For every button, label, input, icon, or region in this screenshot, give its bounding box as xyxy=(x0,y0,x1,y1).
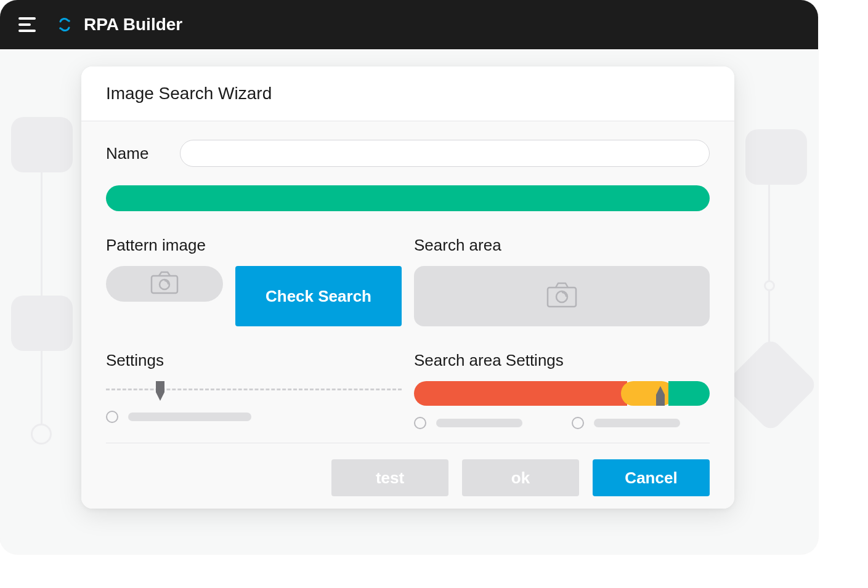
search-area-col: Search area xyxy=(414,236,710,326)
dialog-body: Name Pattern image xyxy=(81,121,734,509)
name-input[interactable] xyxy=(180,140,710,167)
app-window: RPA Builder Image Search Wizard Name xyxy=(0,0,818,554)
image-search-wizard-dialog: Image Search Wizard Name Pattern image xyxy=(81,66,734,509)
radio-icon xyxy=(106,411,118,423)
ok-button[interactable]: ok xyxy=(462,459,579,496)
progress-bar xyxy=(106,185,710,211)
app-title: RPA Builder xyxy=(84,15,182,34)
option-label-placeholder xyxy=(594,419,680,427)
svg-point-0 xyxy=(68,20,70,22)
settings-option-1[interactable] xyxy=(106,411,402,423)
dialog-button-row: test ok Cancel xyxy=(106,459,710,496)
settings-col: Settings xyxy=(106,351,402,429)
settings-slider[interactable] xyxy=(106,381,402,400)
camera-icon xyxy=(150,271,179,297)
pattern-image-capture-button[interactable] xyxy=(106,266,223,302)
slider-thumb-icon[interactable] xyxy=(153,381,167,402)
dialog-header: Image Search Wizard xyxy=(81,66,734,121)
radio-icon xyxy=(414,417,426,429)
search-area-option-1[interactable] xyxy=(414,417,522,429)
topbar: RPA Builder xyxy=(0,0,818,49)
name-label: Name xyxy=(106,144,161,163)
brand: RPA Builder xyxy=(57,15,182,34)
menu-icon[interactable] xyxy=(18,17,38,32)
name-row: Name xyxy=(106,140,710,167)
check-search-button[interactable]: Check Search xyxy=(235,266,402,326)
search-area-option-2[interactable] xyxy=(572,417,680,429)
logo-icon xyxy=(57,17,73,33)
svg-rect-4 xyxy=(548,288,576,307)
camera-icon xyxy=(546,282,577,310)
pattern-image-label: Pattern image xyxy=(106,236,402,255)
search-area-settings-label: Search area Settings xyxy=(414,351,710,370)
slider-thumb-icon[interactable] xyxy=(654,385,667,406)
search-area-settings-slider[interactable] xyxy=(414,381,710,406)
search-area-label: Search area xyxy=(414,236,710,255)
settings-section: Settings Search xyxy=(106,351,710,429)
divider xyxy=(106,443,710,443)
dialog-title: Image Search Wizard xyxy=(106,84,710,103)
radio-icon xyxy=(572,417,584,429)
svg-point-1 xyxy=(59,27,62,30)
search-area-settings-col: Search area Settings xyxy=(414,351,710,429)
pattern-image-col: Pattern image xyxy=(106,236,402,326)
option-label-placeholder xyxy=(128,413,251,421)
option-label-placeholder xyxy=(436,419,522,427)
settings-label: Settings xyxy=(106,351,402,370)
search-area-capture-button[interactable] xyxy=(414,266,710,326)
cancel-button[interactable]: Cancel xyxy=(593,459,710,496)
svg-rect-2 xyxy=(152,276,177,293)
image-section: Pattern image xyxy=(106,236,710,326)
test-button[interactable]: test xyxy=(331,459,448,496)
